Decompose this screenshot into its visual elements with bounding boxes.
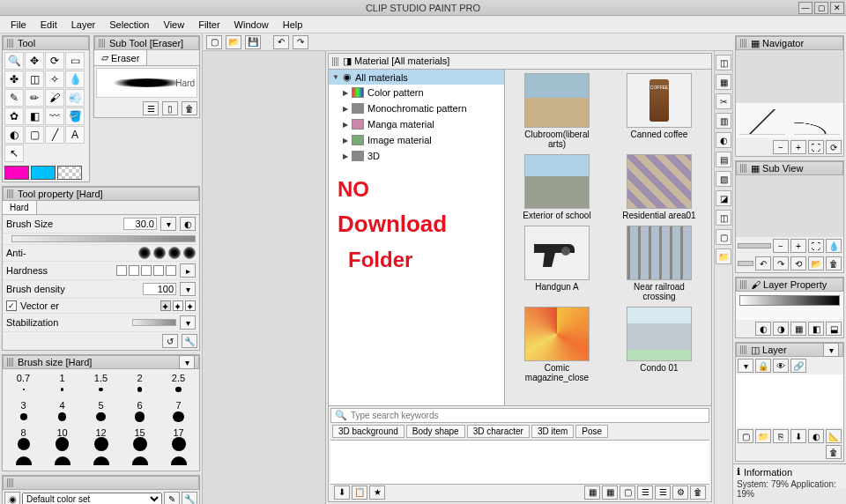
material-search-input[interactable]: [351, 411, 705, 420]
colorset-menu[interactable]: 🔧: [182, 492, 197, 504]
layerprop-1[interactable]: ◐: [755, 322, 771, 336]
mat-download[interactable]: ⬇: [334, 485, 350, 500]
hardness-expand[interactable]: ▸: [180, 263, 196, 278]
brush-size-preset[interactable]: 7: [160, 398, 197, 425]
brush-size-preset[interactable]: 0.7: [4, 371, 42, 397]
tool-blend[interactable]: 〰: [45, 107, 64, 125]
subview-open[interactable]: 📂: [808, 256, 824, 271]
nav-zoom-out[interactable]: −: [773, 140, 789, 154]
tool-figure[interactable]: ▢: [25, 126, 44, 144]
layer-mask[interactable]: ◐: [808, 429, 824, 443]
tool-pencil[interactable]: ✏: [25, 89, 44, 107]
nav-rotate[interactable]: ⟳: [826, 140, 842, 154]
brush-size-preset[interactable]: 2.5: [160, 371, 197, 397]
rib-2[interactable]: ▦: [716, 74, 731, 90]
layer-list[interactable]: [736, 374, 843, 427]
layer-new-folder[interactable]: 📁: [755, 429, 771, 443]
material-item[interactable]: Canned coffee: [611, 73, 708, 149]
subview-rotate-slider[interactable]: [738, 261, 753, 266]
material-item[interactable]: Residential area01: [611, 154, 708, 220]
subview-eyedrop[interactable]: 💧: [826, 239, 842, 253]
minimize-button[interactable]: —: [798, 2, 813, 14]
tree-item[interactable]: ▶Monochromatic pattern: [329, 100, 504, 116]
brush-size-preset-large[interactable]: [82, 453, 120, 469]
antialias-options[interactable]: [138, 247, 196, 259]
tool-auto-select[interactable]: ✧: [45, 70, 64, 88]
tool-magnify[interactable]: 🔍: [4, 52, 24, 70]
tool-fill[interactable]: 🪣: [65, 107, 85, 125]
tool-decoration[interactable]: ✿: [4, 107, 24, 125]
color-background[interactable]: [31, 166, 56, 180]
subview-clear[interactable]: 🗑: [826, 256, 842, 271]
brush-size-preset-large[interactable]: [160, 453, 197, 469]
tool-text[interactable]: A: [65, 126, 85, 144]
mat-favorite[interactable]: ★: [369, 485, 385, 500]
material-item[interactable]: Condo 01: [611, 307, 708, 382]
brush-size-preset-large[interactable]: [121, 453, 159, 469]
navigator-view[interactable]: [736, 50, 843, 103]
rib-7[interactable]: ▧: [716, 171, 731, 187]
material-tag[interactable]: 3D character: [467, 425, 530, 438]
brush-size-preset[interactable]: 15: [121, 426, 159, 452]
material-item[interactable]: Near railroad crossing: [611, 226, 708, 301]
tree-all-materials[interactable]: ▼ ◉ All materials: [329, 70, 504, 85]
rib-9[interactable]: ◫: [716, 210, 731, 226]
rib-3[interactable]: ✂: [716, 93, 731, 109]
tool-eyedropper[interactable]: 💧: [65, 70, 85, 88]
brush-density-stepper[interactable]: ▾: [180, 282, 196, 296]
toolprop-reset[interactable]: ↺: [162, 334, 178, 348]
mat-delete[interactable]: 🗑: [690, 485, 706, 500]
stabilization-stepper[interactable]: ▾: [180, 315, 196, 330]
brush-size-panel-menu[interactable]: ▾: [179, 355, 195, 369]
mat-paste[interactable]: 📋: [352, 485, 367, 500]
color-transparent[interactable]: [57, 166, 82, 180]
material-tag[interactable]: 3D item: [531, 425, 574, 438]
subview-reset[interactable]: ⟲: [790, 256, 806, 271]
material-item[interactable]: Clubroom(liberal arts): [508, 73, 605, 149]
layer-delete[interactable]: 🗑: [826, 445, 842, 459]
brush-size-preset[interactable]: 5: [82, 398, 120, 425]
tree-item[interactable]: ▶Image material: [329, 132, 504, 148]
menu-view[interactable]: View: [157, 18, 192, 32]
color-set-dropdown[interactable]: Default color set: [22, 493, 162, 505]
close-button[interactable]: ✕: [830, 2, 844, 14]
brush-size-preset-large[interactable]: [4, 453, 42, 469]
subview-zoom-in[interactable]: +: [790, 239, 806, 253]
tool-marquee[interactable]: ◫: [25, 70, 44, 88]
brush-size-preset[interactable]: 8: [4, 426, 42, 452]
nav-fit[interactable]: ⛶: [808, 140, 824, 154]
layer-new[interactable]: ▢: [738, 429, 753, 443]
brush-size-preset[interactable]: 2: [121, 371, 159, 397]
tool-correct-line[interactable]: ↖: [4, 145, 24, 162]
tool-operation[interactable]: ▭: [65, 52, 85, 70]
layer-merge[interactable]: ⬇: [790, 429, 806, 443]
rib-10[interactable]: ▢: [716, 229, 731, 245]
tree-item[interactable]: ▶Color pattern: [329, 85, 504, 100]
doc-redo[interactable]: ↷: [293, 35, 308, 49]
material-item[interactable]: Comic magazine_close: [508, 307, 605, 382]
rib-1[interactable]: ◫: [716, 55, 731, 70]
tree-item[interactable]: ▶Manga material: [329, 116, 504, 132]
layer-link[interactable]: 🔗: [790, 359, 806, 373]
vector-eraser-options[interactable]: ✦✦✦: [160, 300, 196, 311]
brush-size-dynamics[interactable]: ◐: [180, 217, 196, 231]
doc-undo[interactable]: ↶: [273, 35, 289, 49]
colorset-edit[interactable]: ✎: [164, 492, 180, 504]
tool-rotate[interactable]: ⟳: [45, 52, 64, 70]
material-tag[interactable]: Body shape: [406, 425, 465, 438]
brush-size-preset-large[interactable]: [43, 453, 81, 469]
brush-size-preset[interactable]: 12: [82, 426, 120, 452]
tool-airbrush[interactable]: 💨: [65, 89, 85, 107]
brush-preview[interactable]: Hard: [96, 68, 197, 98]
mat-view-large[interactable]: ▢: [620, 485, 635, 500]
brush-size-preset[interactable]: 10: [43, 426, 81, 452]
layer-ruler[interactable]: 📐: [826, 429, 842, 443]
menu-help[interactable]: Help: [276, 18, 310, 32]
layerprop-3[interactable]: ▦: [790, 322, 806, 336]
layer-tone-gradient[interactable]: [739, 295, 840, 306]
tool-gradient[interactable]: ◐: [4, 126, 24, 144]
layer-duplicate[interactable]: ⎘: [773, 429, 789, 443]
layerprop-5[interactable]: ⬓: [826, 322, 842, 336]
subview-zoom-slider[interactable]: [738, 243, 771, 248]
rib-11[interactable]: 📁: [716, 248, 731, 264]
